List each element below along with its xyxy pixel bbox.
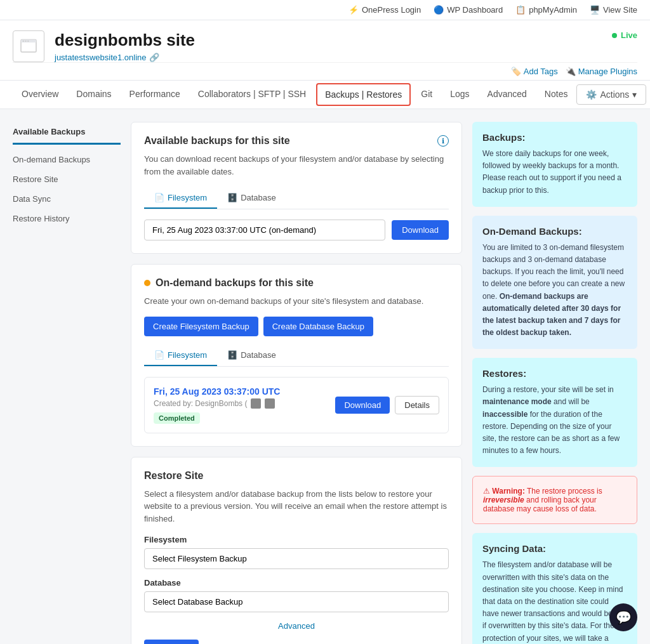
available-backups-tabs: 📄 Filesystem 🗄️ Database [144,188,449,209]
tab-backups-restores[interactable]: Backups | Restores [316,83,411,106]
tab-advanced[interactable]: Advanced [479,81,536,108]
tab-performance[interactable]: Performance [121,81,189,108]
phpmyadmin-link[interactable]: 📋 phpMyAdmin [515,5,577,15]
backups-info-card: Backups: We store daily backups for one … [472,122,637,207]
backup-item: Fri, 25 Aug 2023 03:37:00 UTC Created by… [144,377,449,433]
backup-select-row: Fri, 25 Aug 2023 03:37:00 UTC (on-demand… [144,220,449,240]
restores-info-card: Restores: During a restore, your site wi… [472,358,637,467]
status-dot [612,33,617,38]
backups-info-title: Backups: [482,132,627,143]
plugin-icon: 🔌 [566,67,576,76]
file-icon: 📄 [154,350,164,360]
nav-actions: ⚙️ Actions ▾ [576,84,646,105]
tab-filesystem-ondemand[interactable]: 📄 Filesystem [144,345,217,366]
chevron-down-icon: ▾ [632,89,637,100]
onepress-login-link[interactable]: ⚡ OnePress Login [348,5,421,15]
on-demand-backups-card: On-demand backups for this site Create y… [131,264,462,447]
backup-info: Fri, 25 Aug 2023 03:37:00 UTC Created by… [154,386,280,424]
syncing-data-title: Syncing Data: [482,543,627,554]
tab-database-ondemand[interactable]: 🗄️ Database [217,345,286,366]
sidebar-item-restore-history[interactable]: Restore History [13,209,121,228]
on-demand-info-card: On-Demand Backups: You are limited to 3 … [472,216,637,350]
wp-icon: 🔵 [434,5,444,15]
database-select[interactable]: Select Database Backup [144,591,449,612]
backup-action-buttons: Download Details [335,396,439,414]
tab-collaborators[interactable]: Collaborators | SFTP | SSH [189,81,315,108]
backup-status: Completed [154,412,200,424]
file-icon: 📄 [154,193,164,202]
tab-logs[interactable]: Logs [441,81,478,108]
yellow-dot-icon [144,280,150,286]
available-backups-desc: You can download recent backups of your … [144,153,449,178]
sidebar-item-data-sync[interactable]: Data Sync [13,189,121,209]
on-demand-header: On-demand backups for this site [144,277,449,289]
restores-info-text: During a restore, your site will be set … [482,384,627,457]
monitor-icon: 🖥️ [590,5,600,15]
restore-site-desc: Select a filesystem and/or database back… [144,488,449,525]
create-database-backup-button[interactable]: Create Database Backup [263,317,373,336]
available-backups-title: Available backups for this site [144,135,290,147]
sidebar-item-on-demand[interactable]: On-demand Backups [13,150,121,169]
restore-site-title: Restore Site [144,470,449,482]
advanced-link[interactable]: Advanced [144,621,449,631]
restores-info-title: Restores: [482,368,627,379]
view-site-link[interactable]: 🖥️ View Site [590,5,637,15]
top-bar: ⚡ OnePress Login 🔵 WP Dashboard 📋 phpMyA… [0,0,650,20]
tab-domains[interactable]: Domains [67,81,120,108]
actions-button[interactable]: ⚙️ Actions ▾ [576,84,646,105]
info-icon[interactable]: ℹ [437,135,449,147]
create-backup-buttons: Create Filesystem Backup Create Database… [144,317,449,336]
on-demand-title: On-demand backups for this site [156,277,314,289]
backup-details-button[interactable]: Details [395,396,439,414]
tab-filesystem-available[interactable]: 📄 Filesystem [144,188,217,209]
manage-plugins-link[interactable]: 🔌 Manage Plugins [566,67,637,76]
svg-point-3 [25,41,26,42]
filesystem-label: Filesystem [144,535,449,544]
restore-button[interactable]: Restore [144,640,199,644]
warning-text: ⚠ Warning: The restore process is irreve… [483,487,627,513]
backup-download-button[interactable]: Download [335,397,390,414]
tab-overview[interactable]: Overview [13,81,67,108]
info-sidebar: Backups: We store daily backups for one … [472,122,637,644]
site-title-area: designbombs site justatestswebsite1.onli… [55,30,195,62]
thumb-icon [251,398,261,409]
gear-icon: ⚙️ [586,89,597,100]
header-actions-row: 🏷️ Add Tags 🔌 Manage Plugins [13,62,637,80]
db-icon: 🗄️ [227,350,237,360]
site-name: designbombs site [55,30,195,50]
site-url-link[interactable]: justatestswebsite1.online 🔗 [55,53,159,62]
backups-info-text: We store daily backups for one week, fol… [482,148,627,197]
bar-icon [265,398,275,409]
backup-date-link[interactable]: Fri, 25 Aug 2023 03:37:00 UTC [154,386,280,397]
db-icon: 📋 [515,5,526,15]
nav-tabs: Overview Domains Performance Collaborato… [0,81,650,109]
main-layout: Available Backups On-demand Backups Rest… [0,109,650,644]
create-filesystem-backup-button[interactable]: Create Filesystem Backup [144,317,258,336]
available-backups-card: Available backups for this site ℹ You ca… [131,122,462,254]
content-area: Available backups for this site ℹ You ca… [121,122,472,644]
download-button[interactable]: Download [392,220,449,240]
backup-item-header: Fri, 25 Aug 2023 03:37:00 UTC Created by… [154,386,439,424]
tab-database-available[interactable]: 🗄️ Database [217,188,286,209]
restore-site-card: Restore Site Select a filesystem and/or … [131,457,462,645]
filesystem-select[interactable]: Select Filesystem Backup [144,548,449,569]
database-label: Database [144,578,449,588]
sidebar-item-restore-site[interactable]: Restore Site [13,169,121,189]
on-demand-tabs: 📄 Filesystem 🗄️ Database [144,345,449,367]
svg-point-4 [27,41,29,42]
backup-date-select[interactable]: Fri, 25 Aug 2023 03:37:00 UTC (on-demand… [144,220,385,240]
syncing-data-info-card: Syncing Data: The filesystem and/or data… [472,533,637,644]
sidebar: Available Backups On-demand Backups Rest… [13,122,121,644]
filesystem-field-group: Filesystem Select Filesystem Backup [144,535,449,569]
site-status: Live [612,30,637,40]
tab-git[interactable]: Git [412,81,441,108]
tab-notes[interactable]: Notes [536,81,577,108]
backup-meta: Created by: DesignBombs ( [154,398,280,409]
add-tags-link[interactable]: 🏷️ Add Tags [511,67,558,76]
chat-bubble[interactable]: 💬 [609,603,637,631]
tag-icon: 🏷️ [511,67,521,76]
site-icon [13,30,44,62]
external-link-icon: 🔗 [149,53,159,62]
wp-dashboard-link[interactable]: 🔵 WP Dashboard [434,5,503,15]
sidebar-title: Available Backups [13,122,121,145]
